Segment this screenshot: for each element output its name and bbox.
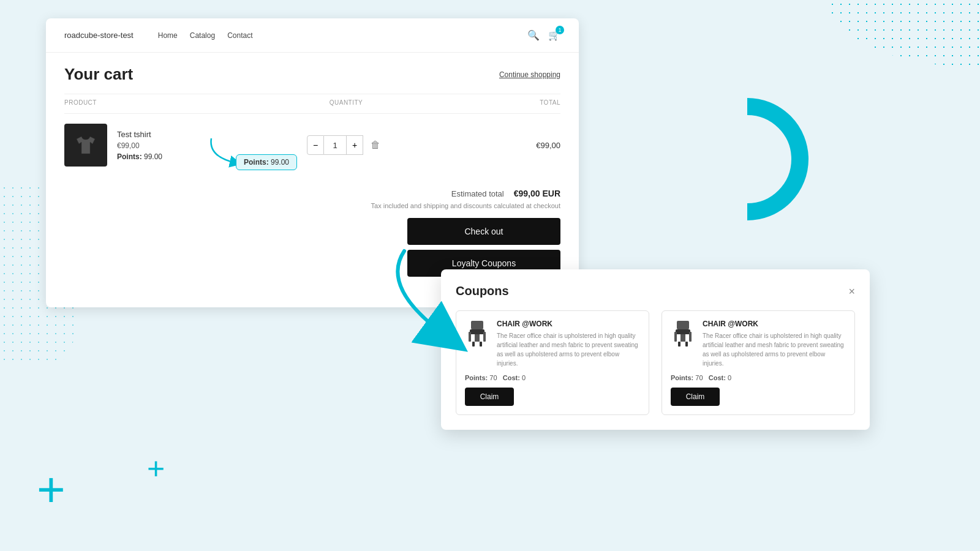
coupon-image-1 bbox=[465, 320, 489, 350]
claim-button-1[interactable]: Claim bbox=[465, 388, 514, 406]
svg-rect-1 bbox=[470, 329, 484, 334]
svg-rect-12 bbox=[674, 332, 677, 342]
th-quantity: QUANTITY bbox=[297, 99, 395, 106]
quantity-decrease-button[interactable]: − bbox=[307, 135, 324, 155]
coupon-name-2: CHAIR @WORK bbox=[703, 320, 846, 328]
claim-button-2[interactable]: Claim bbox=[671, 388, 720, 406]
delete-item-button[interactable]: 🗑 bbox=[371, 140, 380, 151]
svg-rect-0 bbox=[471, 321, 483, 329]
coupon-points-value-2: 70 bbox=[695, 374, 703, 381]
modal-close-button[interactable]: × bbox=[848, 286, 855, 297]
coupon-cost-value-1: 0 bbox=[522, 374, 526, 381]
points-label: Points: bbox=[117, 152, 142, 161]
coupon-meta-1: Points: 70 Cost: 0 bbox=[465, 374, 640, 381]
svg-rect-6 bbox=[483, 332, 486, 342]
tax-note: Tax included and shipping and discounts … bbox=[371, 202, 560, 209]
chair-icon-2 bbox=[672, 321, 694, 349]
cart-icon[interactable]: 🛒 1 bbox=[548, 29, 560, 41]
coupon-points-value-1: 70 bbox=[489, 374, 497, 381]
search-icon[interactable]: 🔍 bbox=[527, 29, 540, 41]
quantity-value: 1 bbox=[324, 135, 346, 155]
item-quantity-control: − 1 + 🗑 bbox=[295, 135, 393, 155]
coupon-card-2: CHAIR @WORK The Racer office chair is up… bbox=[662, 310, 855, 415]
order-summary: Estimated total €99,00 EUR Tax included … bbox=[64, 189, 560, 277]
table-headers: PRODUCT QUANTITY TOTAL bbox=[64, 94, 560, 111]
brand-name: roadcube-store-test bbox=[64, 31, 134, 40]
coupon-name-1: CHAIR @WORK bbox=[497, 320, 640, 328]
svg-rect-9 bbox=[680, 334, 685, 342]
svg-rect-5 bbox=[469, 332, 471, 342]
coupons-modal: Coupons × CHAIR @WORK bbox=[441, 269, 870, 430]
cart-title: Your cart bbox=[64, 65, 133, 84]
th-product: PRODUCT bbox=[64, 99, 297, 106]
nav-home[interactable]: Home bbox=[158, 31, 178, 40]
coupon-cost-value-2: 0 bbox=[728, 374, 731, 381]
coupon-top-2: CHAIR @WORK The Racer office chair is up… bbox=[671, 320, 846, 368]
estimated-total-row: Estimated total €99,00 EUR bbox=[451, 189, 560, 198]
coupon-points-label-2: Points: bbox=[671, 374, 693, 381]
cart-content: Your cart Continue shopping PRODUCT QUAN… bbox=[46, 53, 579, 289]
nav-contact[interactable]: Contact bbox=[227, 31, 252, 40]
bg-dots-decoration bbox=[674, 0, 980, 135]
cart-window: roadcube-store-test Home Catalog Contact… bbox=[46, 18, 579, 307]
coupon-cost-label-1: Cost: bbox=[503, 374, 520, 381]
svg-rect-11 bbox=[685, 342, 688, 347]
checkout-button[interactable]: Check out bbox=[407, 218, 560, 245]
coupon-top-1: CHAIR @WORK The Racer office chair is up… bbox=[465, 320, 640, 368]
coupon-meta-2: Points: 70 Cost: 0 bbox=[671, 374, 846, 381]
coupon-card-1: CHAIR @WORK The Racer office chair is up… bbox=[456, 310, 649, 415]
nav-icons: 🔍 🛒 1 bbox=[527, 29, 560, 41]
th-total: TOTAL bbox=[395, 99, 560, 106]
points-tooltip: Points: 99.00 bbox=[236, 154, 297, 170]
coupon-desc-1: The Racer office chair is upholstered in… bbox=[497, 331, 640, 368]
nav-catalog[interactable]: Catalog bbox=[190, 31, 215, 40]
cart-header-row: Your cart Continue shopping bbox=[64, 65, 560, 84]
bg-plus-large-decoration: + bbox=[37, 465, 66, 514]
coupon-cost-label-2: Cost: bbox=[709, 374, 726, 381]
estimated-value: €99,00 EUR bbox=[514, 189, 560, 198]
svg-rect-10 bbox=[678, 342, 680, 347]
bg-plus-small-decoration: + bbox=[147, 453, 165, 484]
bg-circle-decoration bbox=[686, 98, 809, 220]
nav-links: Home Catalog Contact bbox=[158, 31, 527, 40]
estimated-label: Estimated total bbox=[451, 189, 504, 198]
svg-rect-3 bbox=[472, 342, 475, 347]
coupons-grid: CHAIR @WORK The Racer office chair is up… bbox=[456, 310, 855, 415]
svg-rect-2 bbox=[475, 334, 480, 342]
coupon-image-2 bbox=[671, 320, 695, 350]
tooltip-value: 99.00 bbox=[271, 158, 289, 167]
chair-icon-1 bbox=[466, 321, 488, 349]
cart-item: Test tshirt €99,00 Points: 99.00 − 1 + 🗑… bbox=[64, 113, 560, 176]
coupon-points-label-1: Points: bbox=[465, 374, 488, 381]
svg-rect-13 bbox=[689, 332, 692, 342]
item-image bbox=[64, 124, 107, 167]
navigation: roadcube-store-test Home Catalog Contact… bbox=[46, 18, 579, 53]
coupon-info-1: CHAIR @WORK The Racer office chair is up… bbox=[497, 320, 640, 368]
continue-shopping-link[interactable]: Continue shopping bbox=[499, 70, 560, 79]
coupon-desc-2: The Racer office chair is upholstered in… bbox=[703, 331, 846, 368]
cart-badge: 1 bbox=[556, 26, 564, 34]
points-value: 99.00 bbox=[144, 152, 162, 161]
tshirt-svg-icon bbox=[74, 133, 98, 157]
coupon-info-2: CHAIR @WORK The Racer office chair is up… bbox=[703, 320, 846, 368]
svg-rect-4 bbox=[480, 342, 482, 347]
modal-header: Coupons × bbox=[456, 284, 855, 298]
item-total: €99,00 bbox=[393, 141, 560, 150]
tooltip-label: Points: bbox=[244, 158, 269, 167]
svg-rect-8 bbox=[676, 329, 690, 334]
quantity-increase-button[interactable]: + bbox=[346, 135, 363, 155]
svg-rect-7 bbox=[677, 321, 689, 329]
modal-title: Coupons bbox=[456, 284, 509, 298]
